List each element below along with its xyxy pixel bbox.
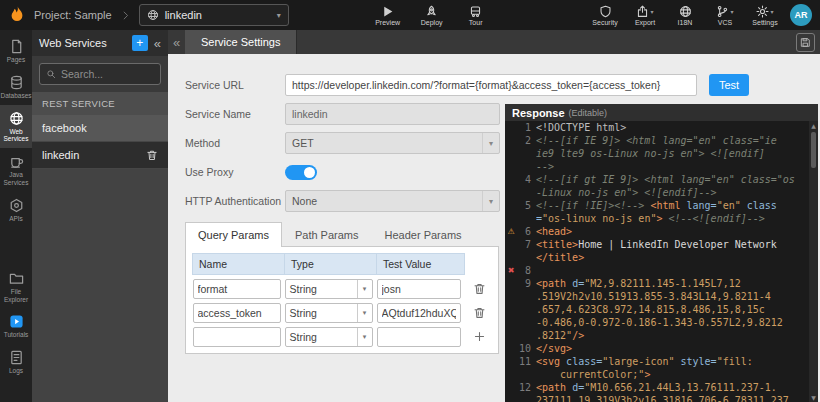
sidebar-item-label: Tutorials xyxy=(4,331,29,339)
topbar-action-security[interactable]: Security xyxy=(592,5,618,26)
action-label: Preview xyxy=(375,19,400,26)
collapse-main-icon[interactable]: « xyxy=(168,30,185,54)
response-code-editor[interactable]: 1<!DOCTYPE html>2<!--[if IE 9]> <html la… xyxy=(505,121,818,402)
param-type-select[interactable]: String▾ xyxy=(285,279,373,299)
add-param-icon[interactable] xyxy=(473,330,486,343)
chevron-down-icon: ▾ xyxy=(357,304,372,322)
collapse-panel-icon[interactable]: « xyxy=(154,36,161,51)
code-row: currentColor;"> xyxy=(505,368,809,381)
sidebar-item-databases[interactable]: Databases xyxy=(0,69,32,105)
code-text: </title> xyxy=(536,251,809,264)
gutter-spacer xyxy=(505,303,517,316)
param-row: String▾ xyxy=(193,299,495,323)
services-panel: Web Services + « REST SERVICE facebookli… xyxy=(32,30,168,402)
left-sidebar: PagesDatabasesWeb ServicesJava ServicesA… xyxy=(0,30,32,402)
line-number: 4 xyxy=(517,173,536,186)
line-number: 9 xyxy=(517,277,536,290)
code-row: ie9 lte9 os-Linux no-js en"> <![endif] xyxy=(505,147,809,160)
sidebar-item-label: APIs xyxy=(9,215,23,223)
use-proxy-toggle[interactable] xyxy=(285,165,317,180)
topbar-action-deploy[interactable]: Deploy xyxy=(419,5,445,26)
scroll-down-icon[interactable]: ▼ xyxy=(811,393,816,402)
service-name-input[interactable] xyxy=(285,103,500,125)
delete-param-icon[interactable] xyxy=(473,282,486,295)
sidebar-item-pages[interactable]: Pages xyxy=(0,33,32,69)
param-test-value-input[interactable] xyxy=(377,279,461,299)
param-type-select[interactable]: String▾ xyxy=(285,303,373,323)
code-row: .8212"/> xyxy=(505,329,809,342)
action-label: Tour xyxy=(469,19,483,26)
method-select[interactable]: GET ▾ xyxy=(285,132,500,154)
param-name-input[interactable] xyxy=(193,279,281,299)
topbar-action-preview[interactable]: Preview xyxy=(375,5,401,26)
param-test-value-input[interactable] xyxy=(377,303,461,323)
method-label: Method xyxy=(185,137,285,149)
column-header xyxy=(465,254,495,275)
param-name-input[interactable] xyxy=(193,303,281,323)
sidebar-item-logs[interactable]: Logs xyxy=(0,344,32,380)
service-item-facebook[interactable]: facebook xyxy=(32,115,168,142)
sidebar-item-java-services[interactable]: Java Services xyxy=(0,148,32,192)
sidebar-item-file-explorer[interactable]: File Explorer xyxy=(0,265,32,309)
services-panel-title: Web Services xyxy=(39,37,126,49)
param-name-input[interactable] xyxy=(193,327,281,347)
chevron-down-icon: ▾ xyxy=(277,11,281,20)
line-number xyxy=(517,147,536,160)
scroll-thumb[interactable] xyxy=(811,132,816,168)
tab-header-params[interactable]: Header Params xyxy=(372,222,475,247)
gutter-spacer xyxy=(505,121,517,134)
response-panel: Response (Editable) 1<!DOCTYPE html>2<!-… xyxy=(505,104,818,402)
code-text xyxy=(536,264,809,277)
gutter-spacer xyxy=(505,342,517,355)
delete-service-icon[interactable] xyxy=(146,149,158,161)
chevron-down-icon: ▾ xyxy=(357,280,372,298)
column-header-test-value: Test Value xyxy=(377,254,465,275)
gutter-spacer xyxy=(505,199,517,212)
use-proxy-label: Use Proxy xyxy=(185,166,285,178)
param-type-value: String xyxy=(286,307,357,319)
code-text: <!--[if IE 9]> <html lang="en" class="ie xyxy=(536,134,809,147)
save-button[interactable] xyxy=(790,30,820,54)
scroll-up-icon[interactable]: ▲ xyxy=(811,121,816,130)
test-button[interactable]: Test xyxy=(709,74,749,96)
globe-icon xyxy=(679,5,692,18)
tab-service-settings[interactable]: Service Settings xyxy=(185,30,297,54)
sidebar-item-web-services[interactable]: Web Services xyxy=(0,105,32,149)
line-number: 10 xyxy=(517,342,536,355)
code-row: -0.486,0-0.972-0.186-1.343-0.557L2,9.821… xyxy=(505,316,809,329)
delete-param-icon[interactable] xyxy=(473,306,486,319)
tab-path-params[interactable]: Path Params xyxy=(282,222,372,247)
java-services-icon xyxy=(9,154,24,169)
service-item-linkedin[interactable]: linkedin xyxy=(32,142,168,169)
avatar[interactable]: AR xyxy=(790,4,812,26)
sidebar-item-tutorials[interactable]: Tutorials xyxy=(0,308,32,344)
line-number xyxy=(517,160,536,173)
app-shell: PagesDatabasesWeb ServicesJava ServicesA… xyxy=(0,30,820,402)
http-authentication-select[interactable]: None ▾ xyxy=(285,190,500,212)
code-row: </title> xyxy=(505,251,809,264)
response-title: Response xyxy=(512,107,565,119)
topbar-action-i18n[interactable]: I18N xyxy=(672,5,698,26)
line-number: 2 xyxy=(517,134,536,147)
service-url-input[interactable] xyxy=(285,74,697,96)
gutter-spacer xyxy=(505,329,517,342)
search-input[interactable] xyxy=(61,68,154,80)
line-number: 7 xyxy=(517,238,536,251)
line-number: 11 xyxy=(517,355,536,368)
sidebar-item-apis[interactable]: APIs xyxy=(0,192,32,228)
code-scrollbar[interactable]: ▲ ▼ xyxy=(809,121,818,402)
add-service-button[interactable]: + xyxy=(132,35,148,51)
topbar-action-tour[interactable]: Tour xyxy=(463,5,489,26)
line-number: 12 xyxy=(517,381,536,394)
topbar-action-export[interactable]: ▾Export xyxy=(632,5,658,26)
topbar-action-vcs[interactable]: ▾VCS xyxy=(712,5,738,26)
web-services-icon xyxy=(9,111,24,126)
topbar-action-settings[interactable]: ▾Settings xyxy=(752,5,778,26)
service-url-label: Service URL xyxy=(185,79,285,91)
param-type-select[interactable]: String▾ xyxy=(285,327,373,347)
code-row: --> xyxy=(505,160,809,173)
param-test-value-input[interactable] xyxy=(377,327,461,347)
tab-query-params[interactable]: Query Params xyxy=(185,222,282,247)
artifact-selector[interactable]: linkedin ▾ xyxy=(139,4,289,26)
line-number: 8 xyxy=(517,264,536,277)
